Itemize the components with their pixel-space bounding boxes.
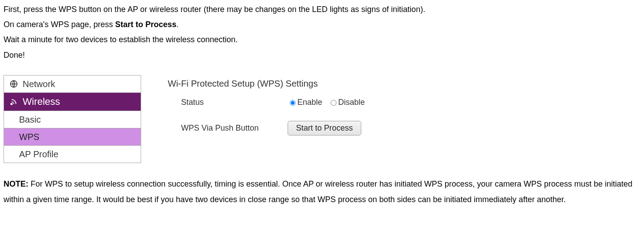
instruction-line-2: On camera's WPS page, press Start to Pro…: [4, 17, 640, 32]
sidebar-item-label: Network: [23, 78, 55, 90]
panel-title: Wi-Fi Protected Setup (WPS) Settings: [168, 75, 371, 92]
radio-label: Disable: [338, 95, 365, 110]
push-button-label: WPS Via Push Button: [168, 120, 288, 135]
sidebar-item-label: Basic: [19, 114, 41, 125]
note-prefix: NOTE:: [4, 179, 28, 188]
wps-settings-panel: Wi-Fi Protected Setup (WPS) Settings Sta…: [168, 75, 371, 146]
disable-option[interactable]: Disable: [328, 95, 365, 110]
sidebar-item-network[interactable]: Network: [4, 76, 141, 93]
instruction-line-3: Wait a minute for two devices to establi…: [4, 32, 640, 47]
push-button-row: WPS Via Push Button Start to Process: [168, 120, 371, 135]
text-fragment: On camera's WPS page, press: [4, 20, 115, 29]
status-row: Status Enable Disable: [168, 95, 371, 110]
svg-point-1: [11, 103, 12, 104]
status-radio-group: Enable Disable: [288, 95, 371, 110]
note-body: For WPS to setup wireless connection suc…: [4, 179, 632, 203]
sidebar-item-wireless[interactable]: Wireless: [4, 93, 141, 112]
instruction-line-4: Done!: [4, 48, 640, 63]
enable-option[interactable]: Enable: [288, 95, 322, 110]
radio-label: Enable: [297, 95, 322, 110]
globe-icon: [9, 80, 18, 88]
instruction-line-1: First, press the WPS button on the AP or…: [4, 2, 640, 17]
start-to-process-button[interactable]: Start to Process: [288, 121, 361, 135]
sidebar-item-basic[interactable]: Basic: [4, 111, 141, 128]
sidebar-item-label: AP Profile: [19, 148, 59, 160]
settings-screenshot: Network Wireless Basic WPS AP Profile Wi…: [4, 75, 640, 163]
note-paragraph: NOTE: For WPS to setup wireless connecti…: [4, 176, 640, 207]
sidebar-item-label: Wireless: [23, 96, 60, 108]
sidebar-nav: Network Wireless Basic WPS AP Profile: [4, 75, 141, 163]
sidebar-item-wps[interactable]: WPS: [4, 128, 141, 146]
start-to-process-label: Start to Process: [115, 20, 177, 29]
enable-radio[interactable]: [290, 100, 296, 106]
wifi-icon: [9, 97, 18, 106]
text-fragment: .: [177, 20, 179, 29]
sidebar-item-label: WPS: [19, 131, 40, 143]
disable-radio[interactable]: [331, 100, 336, 106]
sidebar-item-ap-profile[interactable]: AP Profile: [4, 146, 141, 163]
status-label: Status: [168, 95, 288, 110]
